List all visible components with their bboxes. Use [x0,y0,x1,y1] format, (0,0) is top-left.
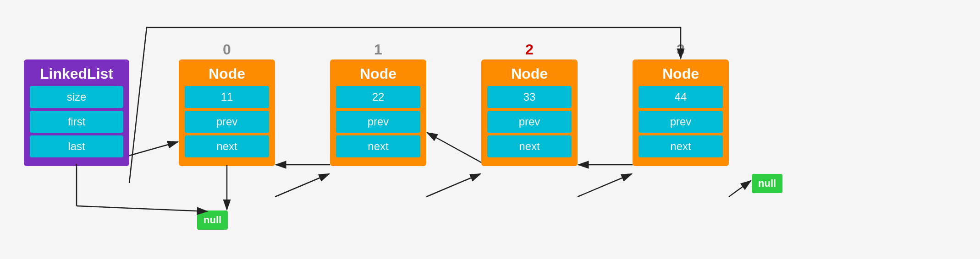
node-3-title: Node [639,65,723,82]
node-2-next: next [487,135,572,157]
null-bottom: null [197,210,228,230]
node-2-value: 33 [487,86,572,108]
null-right: null [752,174,782,193]
node-1: Node 22 prev next [330,59,426,166]
node-2: Node 33 prev next [481,59,578,166]
diagram-container: LinkedList size first last Node 11 prev … [0,0,980,259]
node-1-prev: prev [336,111,420,133]
index-label-1: 1 [330,41,426,58]
node-3-next: next [639,135,723,157]
node-2-title: Node [487,65,572,82]
node-0-title: Node [185,65,269,82]
svg-line-11 [729,181,751,197]
node-2-prev: prev [487,111,572,133]
svg-line-3 [77,206,207,211]
node-0-next: next [185,135,269,157]
svg-line-9 [578,174,632,197]
ll-field-first: first [30,111,123,133]
ll-field-size: size [30,86,123,108]
node-3-prev: prev [639,111,723,133]
svg-line-8 [427,133,481,162]
index-label-2: 2 [481,41,578,58]
node-3: Node 44 prev next [633,59,729,166]
svg-line-7 [426,174,480,197]
svg-line-5 [275,174,329,197]
node-1-next: next [336,135,420,157]
index-label-0: 0 [179,41,275,58]
node-0: Node 11 prev next [179,59,275,166]
linked-list-box: LinkedList size first last [24,59,129,166]
node-3-value: 44 [639,86,723,108]
node-1-value: 22 [336,86,420,108]
svg-line-1 [129,142,178,156]
node-0-value: 11 [185,86,269,108]
node-1-title: Node [336,65,420,82]
node-0-prev: prev [185,111,269,133]
linked-list-title: LinkedList [30,65,123,82]
index-label-3: 3 [633,41,729,58]
ll-field-last: last [30,135,123,157]
